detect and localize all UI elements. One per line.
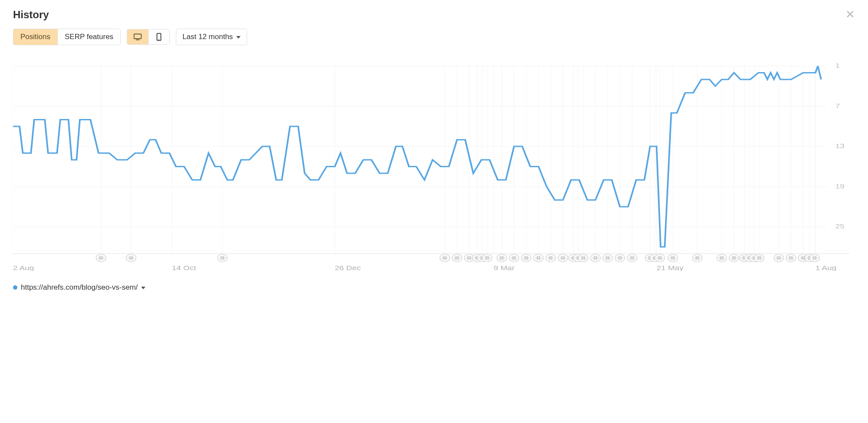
svg-line-219 (584, 256, 584, 257)
tab-serp-features[interactable]: SERP features (57, 29, 120, 45)
date-range-dropdown[interactable]: Last 12 months (176, 29, 247, 45)
svg-line-279 (658, 259, 659, 260)
svg-point-148 (501, 258, 502, 259)
svg-line-299 (696, 256, 696, 257)
svg-line-225 (594, 259, 594, 260)
svg-text:1: 1 (835, 63, 840, 69)
svg-line-309 (723, 256, 723, 257)
svg-point-301 (696, 258, 698, 259)
svg-point-175 (538, 258, 539, 259)
chevron-down-icon (236, 36, 241, 39)
svg-line-188 (564, 259, 564, 260)
svg-line-288 (671, 259, 672, 260)
svg-line-179 (551, 259, 552, 260)
svg-line-164 (525, 256, 525, 257)
tab-positions[interactable]: Positions (13, 29, 57, 45)
svg-text:19: 19 (835, 182, 845, 190)
svg-line-71 (132, 259, 132, 260)
svg-point-103 (456, 258, 458, 259)
svg-line-354 (760, 256, 761, 257)
svg-line-278 (661, 259, 661, 260)
svg-point-283 (659, 258, 660, 259)
svg-point-256 (631, 258, 633, 259)
svg-line-134 (488, 259, 488, 260)
svg-text:14 Oct: 14 Oct (172, 264, 196, 271)
svg-line-152 (515, 259, 515, 260)
svg-point-382 (802, 258, 804, 259)
svg-line-89 (446, 259, 446, 260)
svg-line-315 (733, 259, 733, 260)
svg-line-180 (549, 259, 550, 260)
svg-line-368 (792, 259, 792, 260)
svg-line-333 (748, 259, 748, 260)
svg-line-282 (661, 256, 661, 257)
svg-point-184 (550, 258, 551, 259)
device-toggle (127, 29, 170, 45)
svg-line-102 (458, 256, 459, 257)
mobile-toggle[interactable] (148, 30, 169, 44)
svg-line-117 (476, 259, 476, 260)
svg-line-63 (99, 259, 100, 260)
svg-line-380 (802, 256, 802, 257)
svg-line-207 (577, 259, 578, 260)
svg-line-261 (649, 259, 649, 260)
svg-point-238 (607, 258, 608, 259)
svg-line-182 (549, 256, 550, 257)
svg-line-317 (733, 256, 733, 257)
svg-line-272 (653, 256, 654, 257)
svg-line-326 (743, 256, 743, 257)
svg-line-161 (527, 259, 528, 260)
svg-line-290 (671, 256, 672, 257)
toolbar: Positions SERP features Last 12 months (13, 29, 855, 45)
desktop-toggle[interactable] (127, 30, 148, 44)
svg-line-362 (777, 256, 778, 257)
svg-line-101 (455, 256, 456, 257)
svg-line-242 (621, 259, 621, 260)
chevron-down-icon (141, 287, 145, 289)
svg-line-156 (515, 256, 515, 257)
svg-line-155 (512, 256, 513, 257)
svg-line-98 (458, 259, 459, 260)
svg-line-111 (470, 256, 471, 257)
svg-line-245 (618, 256, 619, 257)
svg-text:1 Aug: 1 Aug (815, 264, 836, 271)
svg-line-119 (476, 256, 476, 257)
svg-line-162 (525, 259, 525, 260)
svg-line-90 (443, 259, 444, 260)
svg-line-350 (760, 259, 761, 260)
svg-line-377 (804, 259, 805, 260)
svg-line-75 (132, 256, 132, 257)
svg-line-198 (572, 259, 572, 260)
svg-line-216 (582, 259, 582, 260)
svg-line-137 (485, 256, 486, 257)
svg-point-76 (130, 258, 132, 259)
svg-line-200 (572, 256, 572, 257)
svg-line-398 (813, 256, 814, 257)
svg-line-209 (577, 256, 578, 257)
svg-line-335 (748, 256, 748, 257)
svg-line-81 (221, 259, 221, 260)
svg-line-173 (537, 256, 538, 257)
svg-point-94 (444, 258, 446, 259)
svg-line-183 (551, 256, 552, 257)
svg-line-246 (621, 256, 621, 257)
svg-point-3 (158, 39, 159, 40)
svg-rect-0 (134, 34, 142, 39)
svg-line-224 (597, 259, 597, 260)
svg-line-342 (753, 259, 753, 260)
svg-line-93 (446, 256, 446, 257)
svg-line-308 (720, 256, 721, 257)
legend-item[interactable]: https://ahrefs.com/blog/seo-vs-sem/ (13, 283, 855, 292)
svg-point-85 (222, 258, 223, 259)
svg-line-252 (630, 259, 631, 260)
svg-line-165 (527, 256, 528, 257)
svg-point-292 (672, 258, 673, 259)
svg-line-369 (789, 259, 790, 260)
svg-point-229 (595, 258, 596, 259)
svg-line-144 (500, 259, 501, 260)
desktop-icon (133, 33, 142, 41)
svg-line-389 (808, 256, 809, 257)
svg-line-281 (658, 256, 659, 257)
close-icon[interactable]: ✕ (845, 9, 855, 20)
svg-text:13: 13 (835, 142, 845, 150)
